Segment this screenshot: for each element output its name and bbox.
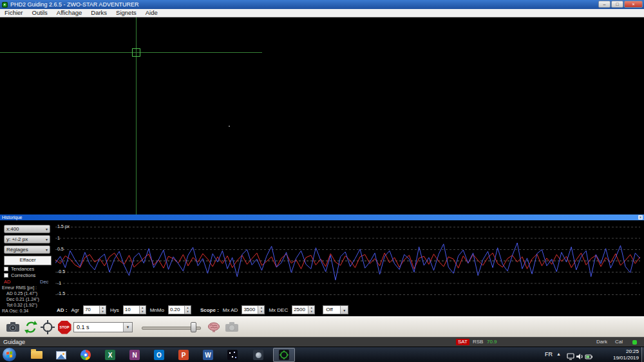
camera-settings-button[interactable] bbox=[224, 319, 240, 335]
crosshair-horizontal-line bbox=[0, 52, 262, 53]
graph-settings-dropdown[interactable]: Réglages ▾ bbox=[4, 245, 50, 254]
taskbar-word[interactable]: W bbox=[197, 348, 219, 362]
taskbar-astronomy-app[interactable] bbox=[247, 348, 269, 362]
history-close-icon[interactable]: x bbox=[638, 215, 643, 220]
taskbar-stellarium[interactable] bbox=[222, 348, 243, 362]
calibration-indicator: Cal bbox=[615, 339, 623, 345]
clear-graph-button[interactable]: Effacer bbox=[4, 256, 52, 265]
mnmo-label: MnMo bbox=[150, 307, 164, 313]
camera-icon bbox=[6, 321, 20, 333]
dark-library-indicator: Dark bbox=[596, 339, 607, 345]
mxad-label: Mx AD bbox=[223, 307, 238, 313]
spinner-arrows-icon[interactable]: ▲▼ bbox=[184, 306, 191, 314]
language-indicator[interactable]: FR bbox=[545, 351, 553, 357]
close-button[interactable]: × bbox=[624, 1, 643, 8]
taskbar-photo-viewer[interactable] bbox=[50, 348, 72, 362]
trend-checkbox[interactable] bbox=[4, 267, 8, 271]
spinner-arrows-icon[interactable]: ▲▼ bbox=[139, 306, 146, 314]
mxad-spinner[interactable]: 3500 ▲▼ bbox=[242, 305, 265, 314]
dec-mode-dropdown[interactable]: Off ▾ bbox=[323, 305, 348, 314]
show-desktop-button[interactable] bbox=[641, 347, 644, 362]
history-graph: 1.5 px 1 0.5 -0.5 -1 -1.5 bbox=[55, 224, 640, 298]
starry-sky-icon bbox=[227, 350, 238, 360]
legend-dec: Dec bbox=[40, 279, 48, 285]
hys-label: Hys bbox=[110, 307, 119, 313]
corrections-checkbox[interactable] bbox=[4, 273, 8, 278]
menu-outils[interactable]: Outils bbox=[28, 9, 52, 17]
stop-sign-icon: STOP bbox=[58, 321, 71, 334]
agr-spinner[interactable]: 70 ▲▼ bbox=[83, 305, 106, 314]
spinner-arrows-icon[interactable]: ▲▼ bbox=[99, 306, 106, 314]
guide-star[interactable] bbox=[229, 126, 230, 127]
hys-spinner[interactable]: 10 ▲▼ bbox=[123, 305, 146, 314]
scope-params-label: Scope : bbox=[200, 307, 219, 313]
advanced-settings-button[interactable] bbox=[206, 319, 222, 335]
chevron-down-icon: ▾ bbox=[46, 247, 48, 252]
graph-yscale-dropdown[interactable]: y: +/-2 px ▾ bbox=[4, 235, 50, 243]
ytick-label: -1 bbox=[57, 281, 61, 286]
spinner-arrows-icon[interactable]: ▲▼ bbox=[308, 306, 314, 314]
menu-darks[interactable]: Darks bbox=[86, 9, 111, 17]
loop-exposure-button[interactable] bbox=[23, 319, 39, 335]
chrome-icon bbox=[80, 350, 91, 360]
ra-osc: RA Osc: 0.34 bbox=[2, 308, 39, 314]
tray-expand-icon[interactable]: ▲ bbox=[556, 352, 561, 356]
taskbar-onenote[interactable]: N bbox=[124, 348, 146, 362]
taskbar-outlook[interactable]: O bbox=[148, 348, 170, 362]
ra-params-label: AD : bbox=[57, 307, 67, 313]
chevron-down-icon: ▾ bbox=[340, 306, 348, 314]
window-titlebar[interactable]: PHD2 Guiding 2.6.5 - ZWO-STAR ADVENTURER… bbox=[0, 0, 644, 9]
loop-arrows-icon bbox=[24, 320, 38, 334]
taskbar-clock[interactable]: 20:25 19/01/2019 bbox=[592, 348, 639, 361]
mnmo-spinner[interactable]: 0.20 ▲▼ bbox=[168, 305, 191, 314]
camera-view[interactable] bbox=[0, 17, 644, 214]
guide-target-box bbox=[132, 48, 140, 57]
rms-header: Erreur RMS [px] : bbox=[2, 285, 39, 291]
photo-icon bbox=[56, 351, 66, 359]
trend-checkbox-row[interactable]: Tendances bbox=[4, 266, 34, 272]
exposure-dropdown[interactable]: 0.1 s ▾ bbox=[73, 322, 133, 332]
start-button[interactable] bbox=[3, 348, 16, 361]
guide-crosshair-icon bbox=[41, 320, 55, 334]
minimize-button[interactable]: – bbox=[598, 1, 611, 8]
snr-label: RSB bbox=[473, 339, 483, 345]
camera-connect-button[interactable] bbox=[5, 319, 21, 335]
corrections-checkbox-row[interactable]: Corrections bbox=[4, 272, 35, 278]
menu-affichage[interactable]: Affichage bbox=[52, 9, 86, 17]
stop-button[interactable]: STOP bbox=[57, 319, 72, 335]
main-toolbar: STOP 0.1 s ▾ bbox=[0, 316, 644, 337]
history-body: x:400 ▾ y: +/-2 px ▾ Réglages ▾ Effacer … bbox=[0, 220, 644, 316]
clock-date: 19/01/2019 bbox=[592, 355, 639, 361]
chevron-down-icon: ▾ bbox=[123, 323, 132, 332]
phd2-icon bbox=[279, 350, 289, 360]
graph-length-dropdown[interactable]: x:400 ▾ bbox=[4, 225, 50, 233]
tray-monitor-icon[interactable] bbox=[567, 351, 574, 362]
onenote-icon: N bbox=[129, 350, 140, 360]
history-titlebar[interactable]: Historique x bbox=[0, 214, 644, 220]
mxdec-spinner[interactable]: 2500 ▲▼ bbox=[292, 305, 315, 314]
menu-aide[interactable]: Aide bbox=[141, 9, 162, 17]
taskbar-explorer[interactable] bbox=[26, 348, 48, 362]
tray-volume-icon[interactable] bbox=[576, 351, 583, 362]
start-guiding-button[interactable] bbox=[40, 319, 55, 335]
ytick-label: 0.5 bbox=[57, 247, 64, 252]
menu-fichier[interactable]: Fichier bbox=[0, 9, 28, 17]
taskbar-chrome[interactable] bbox=[75, 348, 97, 362]
maximize-button[interactable]: □ bbox=[611, 1, 623, 8]
slider-thumb[interactable] bbox=[191, 322, 196, 332]
gamma-slider[interactable] bbox=[142, 322, 200, 332]
powerpoint-icon: P bbox=[178, 350, 189, 360]
taskbar-phd2-active[interactable] bbox=[273, 348, 295, 362]
snr-value: 70.9 bbox=[487, 339, 497, 345]
guide-params-row: AD : Agr 70 ▲▼ Hys 10 ▲▼ MnMo 0.20 ▲▼ Sc… bbox=[57, 305, 348, 315]
window-controls: – □ × bbox=[598, 1, 643, 8]
history-title: Historique bbox=[2, 215, 23, 220]
windows-taskbar: X N O P W FR ▲ bbox=[0, 347, 644, 362]
spinner-arrows-icon[interactable]: ▲▼ bbox=[258, 306, 264, 314]
taskbar-excel[interactable]: X bbox=[99, 348, 121, 362]
menu-signets[interactable]: Signets bbox=[111, 9, 141, 17]
ytick-label: 1 bbox=[57, 236, 60, 241]
exposure-value: 0.1 s bbox=[74, 323, 123, 332]
history-window: Historique x x:400 ▾ y: +/-2 px ▾ Réglag… bbox=[0, 214, 644, 316]
taskbar-powerpoint[interactable]: P bbox=[173, 348, 194, 362]
